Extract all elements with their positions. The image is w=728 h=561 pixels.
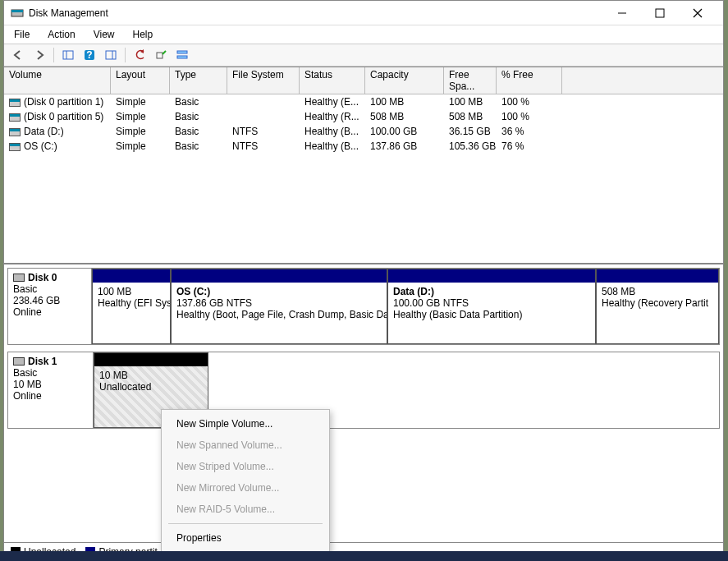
menu-file[interactable]: File: [11, 27, 33, 42]
context-menu-item: New Spanned Volume...: [162, 435, 329, 456]
column-volume[interactable]: Volume: [4, 67, 111, 94]
disk-info[interactable]: Disk 0Basic238.46 GBOnline: [8, 269, 92, 344]
maximize-button[interactable]: [641, 1, 679, 25]
menu-action[interactable]: Action: [44, 27, 78, 42]
volume-row[interactable]: OS (C:)SimpleBasicNTFSHealthy (B...137.8…: [4, 139, 723, 154]
list-view-button[interactable]: [173, 46, 191, 64]
volume-icon: [9, 143, 21, 151]
volume-list-body: (Disk 0 partition 1)SimpleBasicHealthy (…: [4, 94, 723, 154]
minimize-button[interactable]: [603, 1, 641, 25]
partition[interactable]: 508 MBHealthy (Recovery Partit: [596, 269, 719, 344]
app-icon: [11, 7, 24, 20]
volume-row[interactable]: Data (D:)SimpleBasicNTFSHealthy (B...100…: [4, 124, 723, 139]
context-menu-item[interactable]: Properties: [162, 527, 329, 549]
volume-row[interactable]: (Disk 0 partition 1)SimpleBasicHealthy (…: [4, 94, 723, 109]
disk-icon: [13, 274, 25, 282]
show-hide-console-tree-button[interactable]: [59, 46, 77, 64]
partition-bar: [388, 269, 595, 283]
disk-management-window: Disk Management File Action View Help ? …: [3, 0, 724, 561]
column-capacity[interactable]: Capacity: [365, 67, 444, 94]
content-area: Volume Layout Type File System Status Ca…: [4, 67, 723, 560]
column-layout[interactable]: Layout: [111, 67, 170, 94]
context-menu-item: New RAID-5 Volume...: [162, 499, 329, 520]
help-button[interactable]: ?: [80, 46, 98, 64]
partition[interactable]: 100 MBHealthy (EFI Syst: [92, 269, 171, 344]
column-filesystem[interactable]: File System: [227, 67, 300, 94]
svg-rect-1: [11, 10, 23, 12]
volume-list-header: Volume Layout Type File System Status Ca…: [4, 67, 723, 94]
menu-help[interactable]: Help: [130, 27, 157, 42]
forward-button[interactable]: [30, 46, 48, 64]
context-menu-item: New Mirrored Volume...: [162, 477, 329, 499]
title-bar: Disk Management: [4, 1, 723, 25]
toolbar-separator: [53, 48, 54, 62]
close-button[interactable]: [679, 1, 717, 25]
toolbar-separator: [125, 48, 126, 62]
partition-bar: [93, 269, 170, 283]
menu-bar: File Action View Help: [4, 25, 723, 44]
volume-icon: [9, 113, 21, 122]
volume-list[interactable]: Volume Layout Type File System Status Ca…: [4, 67, 723, 264]
svg-rect-14: [177, 56, 187, 58]
toolbar: ?: [4, 44, 723, 67]
partition-bar: [94, 353, 208, 366]
svg-text:?: ?: [86, 49, 92, 61]
partition-bar: [172, 269, 387, 283]
taskbar: [0, 551, 728, 561]
menu-view[interactable]: View: [90, 27, 118, 42]
volume-row[interactable]: (Disk 0 partition 5)SimpleBasicHealthy (…: [4, 109, 723, 124]
context-menu: New Simple Volume...New Spanned Volume..…: [161, 409, 330, 561]
context-menu-item[interactable]: New Simple Volume...: [162, 413, 329, 435]
disk-row: Disk 1Basic10 MBOnline10 MBUnallocated: [7, 352, 720, 429]
column-status[interactable]: Status: [300, 67, 365, 94]
svg-rect-10: [106, 51, 116, 59]
partition[interactable]: OS (C:)137.86 GB NTFSHealthy (Boot, Page…: [171, 269, 387, 344]
svg-rect-3: [656, 9, 664, 17]
disk-graphical-view: Disk 0Basic238.46 GBOnline100 MBHealthy …: [4, 264, 723, 542]
context-menu-item: New Striped Volume...: [162, 456, 329, 477]
svg-rect-6: [63, 51, 73, 59]
svg-rect-13: [177, 51, 187, 53]
disk-info[interactable]: Disk 1Basic10 MBOnline: [8, 352, 94, 428]
disk-row: Disk 0Basic238.46 GBOnline100 MBHealthy …: [7, 268, 720, 345]
svg-rect-12: [157, 53, 163, 58]
column-type[interactable]: Type: [170, 67, 227, 94]
window-buttons: [603, 1, 717, 25]
partition[interactable]: Data (D:)100.00 GB NTFSHealthy (Basic Da…: [387, 269, 596, 344]
column-free-space[interactable]: Free Spa...: [444, 67, 497, 94]
column-pct-free[interactable]: % Free: [497, 67, 562, 94]
window-title: Disk Management: [29, 7, 603, 19]
partition-bar: [597, 269, 718, 283]
volume-icon: [9, 99, 21, 107]
settings-button[interactable]: [152, 46, 170, 64]
show-hide-action-pane-button[interactable]: [102, 46, 120, 64]
volume-icon: [9, 128, 21, 136]
disk-icon: [13, 357, 25, 366]
back-button[interactable]: [9, 46, 27, 64]
refresh-button[interactable]: [130, 46, 149, 64]
